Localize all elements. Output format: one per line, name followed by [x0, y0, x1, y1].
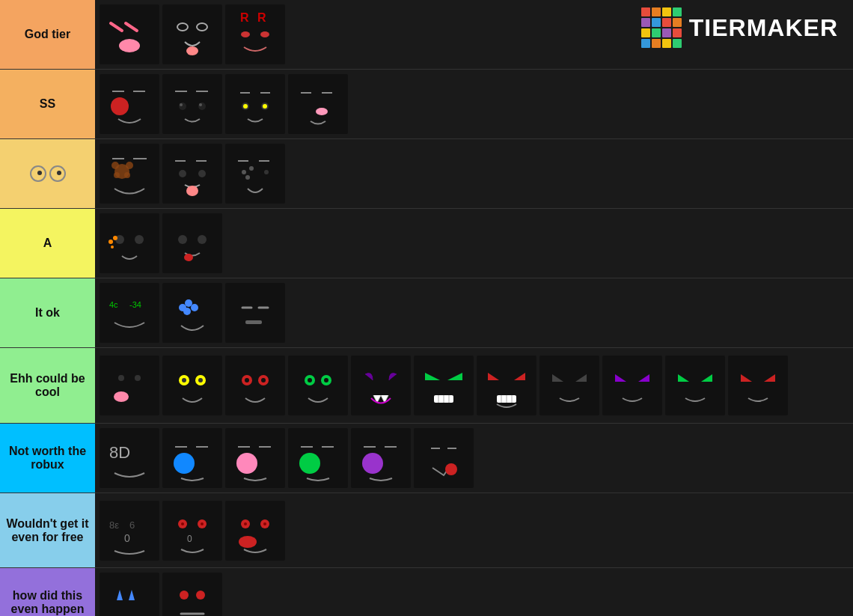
logo-grid	[641, 7, 682, 48]
list-item	[162, 573, 222, 616]
svg-point-110	[181, 522, 184, 525]
tier-row-howdid: how did this even happen	[0, 568, 853, 616]
svg-point-117	[263, 522, 266, 525]
tier-items-a	[95, 209, 853, 278]
svg-point-16	[198, 103, 206, 110]
svg-text:6: 6	[129, 519, 135, 531]
svg-point-79	[308, 378, 312, 382]
svg-point-51	[135, 235, 144, 244]
list-item	[225, 501, 285, 561]
list-item: 8D	[100, 428, 159, 488]
svg-text:8ε: 8ε	[109, 519, 119, 531]
svg-point-57	[184, 254, 193, 261]
tier-label-wouldnt: Wouldn't get it even for free	[0, 493, 95, 567]
tiermaker-container: TiERMAKER God tier	[0, 0, 853, 616]
tier-label-ss: SS	[0, 70, 95, 138]
svg-rect-66	[245, 320, 262, 324]
tier-row-itok: It ok 4c -34	[0, 278, 853, 348]
logo-text: TiERMAKER	[689, 14, 838, 42]
list-item	[162, 283, 222, 343]
svg-point-71	[182, 378, 186, 382]
svg-point-75	[245, 378, 249, 382]
svg-point-62	[183, 308, 191, 315]
svg-point-4	[197, 23, 207, 31]
svg-point-112	[201, 522, 204, 525]
svg-point-41	[179, 170, 186, 177]
tier-label-itok: It ok	[0, 278, 95, 347]
list-item: 8ε 6 0	[100, 501, 159, 561]
list-item	[351, 356, 411, 415]
svg-point-73	[198, 378, 203, 382]
svg-marker-119	[117, 590, 123, 600]
list-item	[100, 144, 159, 204]
tier-items-ss	[95, 70, 853, 138]
list-item	[225, 428, 285, 488]
list-item	[414, 428, 474, 488]
list-item	[225, 356, 285, 415]
tier-label-notworth: Not worth the robux	[0, 424, 95, 493]
svg-point-8	[241, 31, 250, 37]
svg-point-48	[245, 175, 250, 180]
list-item: R R	[225, 4, 285, 64]
svg-point-55	[178, 235, 187, 244]
tier-items-wouldnt: 8ε 6 0 0	[95, 493, 853, 567]
list-item	[288, 356, 348, 415]
svg-point-37	[114, 172, 120, 178]
svg-point-38	[124, 172, 130, 178]
svg-point-115	[244, 522, 247, 525]
tier-row-wouldnt: Wouldn't get it even for free 8ε 6 0 0	[0, 493, 853, 568]
svg-point-68	[135, 375, 141, 381]
svg-point-54	[111, 246, 114, 248]
svg-point-122	[196, 591, 205, 600]
svg-point-31	[57, 171, 61, 175]
list-item	[288, 74, 348, 134]
svg-point-61	[185, 299, 192, 307]
svg-text:8D: 8D	[109, 443, 130, 462]
svg-text:4c: 4c	[109, 300, 118, 309]
svg-line-0	[111, 23, 122, 31]
svg-point-118	[239, 536, 257, 548]
svg-point-18	[199, 103, 202, 106]
svg-point-5	[186, 46, 198, 55]
list-item	[665, 356, 725, 415]
list-item	[162, 144, 222, 204]
svg-point-121	[180, 591, 189, 600]
svg-point-46	[242, 170, 246, 174]
list-item	[100, 4, 159, 64]
list-item: 0	[162, 501, 222, 561]
tier-label-a: A	[0, 209, 95, 278]
tier-row-notworth: Not worth the robux 8D	[0, 424, 853, 493]
list-item	[288, 428, 348, 488]
svg-point-12	[111, 97, 129, 115]
list-item	[602, 356, 662, 415]
list-item	[351, 428, 411, 488]
svg-point-102	[362, 453, 383, 474]
svg-text:0: 0	[187, 534, 192, 544]
svg-point-56	[198, 235, 207, 244]
list-item	[539, 356, 599, 415]
tier-row-a: A	[0, 209, 853, 278]
svg-point-81	[324, 378, 328, 382]
svg-point-93	[174, 453, 195, 474]
tier-items-itok: 4c -34	[95, 278, 853, 347]
list-item	[162, 428, 222, 488]
svg-point-43	[186, 186, 198, 196]
svg-point-67	[118, 375, 124, 381]
svg-point-53	[113, 236, 117, 240]
svg-point-29	[37, 171, 42, 175]
svg-point-49	[264, 170, 269, 174]
tier-label-god: God tier	[0, 0, 95, 69]
list-item: 4c -34	[100, 283, 159, 343]
svg-point-22	[243, 104, 248, 109]
svg-point-15	[179, 103, 186, 110]
svg-text:R: R	[257, 11, 266, 24]
tier-items-notworth: 8D	[95, 424, 853, 493]
list-item	[162, 4, 222, 64]
svg-point-17	[180, 103, 183, 106]
list-item	[414, 356, 474, 415]
svg-point-3	[177, 23, 188, 31]
tier-row-ss: SS	[0, 70, 853, 139]
list-item	[100, 356, 159, 415]
svg-text:R: R	[240, 11, 249, 24]
svg-point-96	[236, 453, 257, 474]
